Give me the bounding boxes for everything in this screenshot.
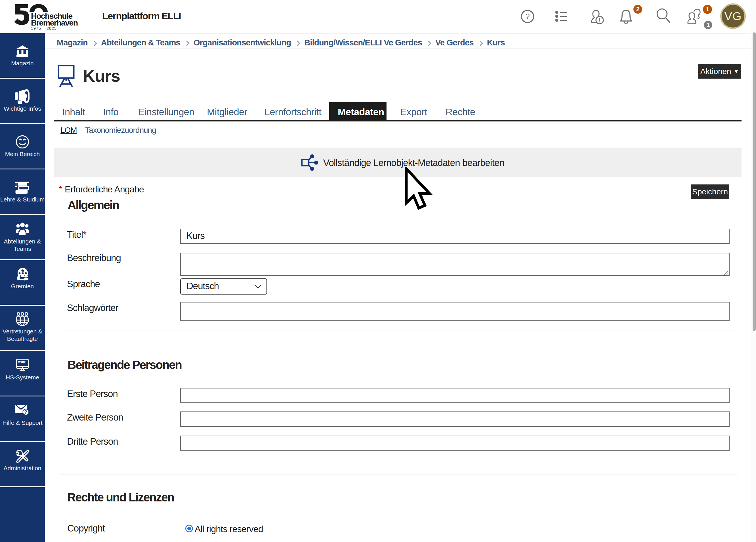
svg-text:?: ? xyxy=(24,410,27,415)
svg-text:***: *** xyxy=(18,359,26,366)
svg-text:?: ? xyxy=(525,12,530,21)
svg-text:1975 – 2025: 1975 – 2025 xyxy=(31,26,57,31)
